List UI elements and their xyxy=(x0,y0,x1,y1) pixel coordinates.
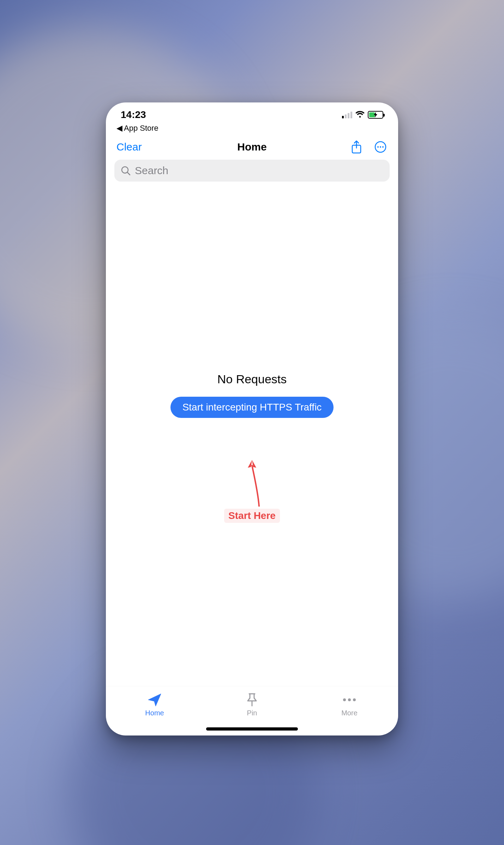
search-icon xyxy=(121,166,131,176)
status-time: 14:23 xyxy=(121,109,146,120)
wifi-icon xyxy=(355,109,365,120)
tab-label: More xyxy=(341,709,358,717)
svg-line-6 xyxy=(127,172,130,175)
ellipsis-circle-icon xyxy=(374,141,386,153)
svg-point-9 xyxy=(353,698,356,701)
back-to-app-breadcrumb[interactable]: ◀ App Store xyxy=(106,124,398,135)
tab-home[interactable]: Home xyxy=(133,693,176,717)
search-field[interactable] xyxy=(114,160,390,182)
ellipsis-icon xyxy=(342,693,357,707)
nav-bar: Clear Home xyxy=(106,135,398,158)
share-icon xyxy=(351,140,362,154)
cellular-signal-icon xyxy=(342,111,352,118)
main-content: No Requests Start intercepting HTTPS Tra… xyxy=(106,185,398,686)
annotation-label: Start Here xyxy=(224,509,280,523)
breadcrumb-chevron-icon: ◀ xyxy=(116,124,122,133)
tab-label: Home xyxy=(145,709,164,717)
svg-point-8 xyxy=(348,698,351,701)
empty-state-title: No Requests xyxy=(217,372,287,386)
battery-icon xyxy=(368,111,383,119)
clear-button[interactable]: Clear xyxy=(116,141,166,153)
phone-frame: 14:23 ◀ App Store Clear Home xyxy=(106,102,398,735)
annotation-overlay: Start Here xyxy=(224,457,280,523)
tab-pin[interactable]: Pin xyxy=(231,693,273,717)
svg-point-7 xyxy=(343,698,346,701)
tab-more[interactable]: More xyxy=(328,693,371,717)
paper-plane-icon xyxy=(147,693,162,707)
svg-point-3 xyxy=(380,146,381,148)
tab-label: Pin xyxy=(247,709,257,717)
arrow-up-icon xyxy=(241,457,263,507)
pin-icon xyxy=(246,693,258,707)
svg-point-2 xyxy=(377,146,379,148)
svg-point-4 xyxy=(382,146,384,148)
start-intercepting-button[interactable]: Start intercepting HTTPS Traffic xyxy=(170,397,334,418)
search-input[interactable] xyxy=(135,165,383,177)
page-title: Home xyxy=(166,141,338,153)
breadcrumb-label: App Store xyxy=(124,124,158,133)
status-bar: 14:23 xyxy=(106,102,398,124)
status-indicators xyxy=(342,109,383,120)
home-indicator[interactable] xyxy=(206,727,298,731)
share-button[interactable] xyxy=(349,140,364,154)
more-options-button[interactable] xyxy=(373,140,388,154)
